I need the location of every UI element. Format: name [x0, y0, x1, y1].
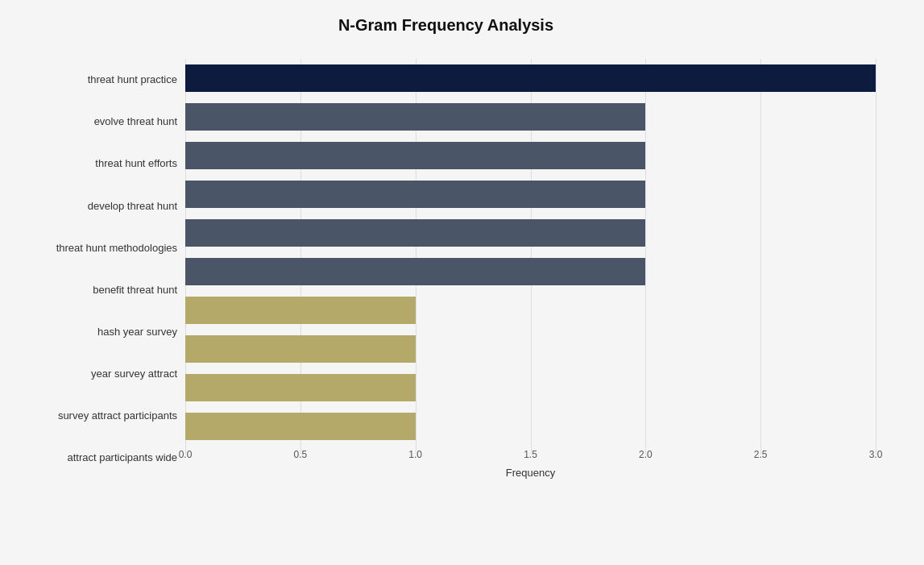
grid-line — [876, 59, 876, 455]
bar — [185, 142, 645, 169]
y-label: survey attract participants — [16, 397, 177, 435]
y-label: hash year survey — [16, 313, 177, 351]
bar — [185, 297, 416, 324]
x-tick: 1.0 — [408, 449, 422, 460]
y-label: benefit threat hunt — [16, 271, 177, 310]
bar-row — [185, 252, 876, 291]
bar — [185, 219, 645, 247]
bar — [185, 374, 416, 401]
bar-row — [185, 330, 876, 368]
x-tick: 0.0 — [179, 449, 193, 460]
bars-wrapper — [185, 59, 876, 446]
bar — [185, 181, 645, 208]
x-tick: 3.0 — [869, 449, 883, 460]
bar — [185, 103, 645, 131]
bar-row — [185, 368, 876, 407]
chart-title: N-Gram Frequency Analysis — [16, 16, 876, 35]
bar — [185, 413, 416, 440]
x-tick: 2.5 — [754, 449, 768, 460]
x-axis-label: Frequency — [185, 467, 876, 479]
chart-container: N-Gram Frequency Analysis threat hunt pr… — [0, 0, 924, 565]
x-axis: 0.00.51.01.52.02.53.0 — [185, 446, 876, 462]
y-label: year survey attract — [16, 355, 177, 393]
bar — [185, 335, 416, 363]
bar-row — [185, 136, 876, 175]
y-label: threat hunt practice — [16, 60, 177, 99]
bar-row — [185, 98, 876, 136]
y-label: threat hunt methodologies — [16, 228, 177, 267]
y-label: threat hunt efforts — [16, 144, 177, 183]
y-label: evolve threat hunt — [16, 102, 177, 141]
bar-row — [185, 59, 876, 98]
bar-row — [185, 407, 876, 446]
y-label: develop threat hunt — [16, 186, 177, 225]
y-axis: threat hunt practiceevolve threat huntth… — [16, 59, 185, 479]
y-label: attract participants wide — [16, 438, 177, 477]
bar — [185, 258, 645, 285]
bar — [185, 64, 876, 92]
x-tick: 0.5 — [293, 449, 307, 460]
chart-area: threat hunt practiceevolve threat huntth… — [16, 59, 876, 479]
x-tick: 1.5 — [524, 449, 537, 460]
bar-row — [185, 175, 876, 214]
x-tick: 2.0 — [639, 449, 653, 460]
bar-row — [185, 214, 876, 252]
bars-and-grid: 0.00.51.01.52.02.53.0 Frequency — [185, 59, 876, 479]
bar-row — [185, 291, 876, 330]
